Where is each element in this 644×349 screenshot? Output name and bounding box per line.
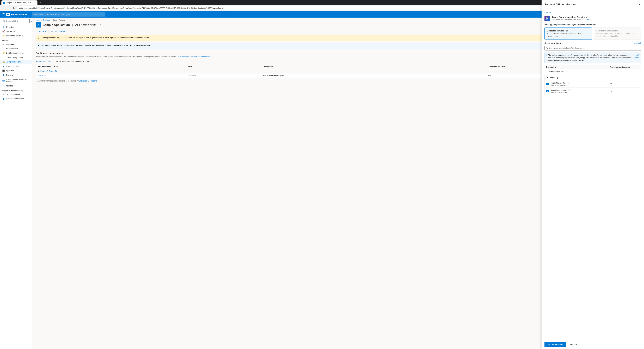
refresh-btn[interactable]: ↻ Refresh xyxy=(36,30,47,33)
discard-btn[interactable]: Discard xyxy=(567,342,580,347)
panel-title: Request API permissions xyxy=(544,3,576,6)
info-text: The "Admin consent required" column show… xyxy=(40,44,151,47)
sidebar-item-expose-api[interactable]: ☁ Expose an API xyxy=(0,64,32,68)
info-banner-close-btn[interactable]: ✕ xyxy=(638,53,640,56)
sidebar-item-branding[interactable]: 🏷 Branding xyxy=(0,42,32,46)
manage-chats-checkbox[interactable] xyxy=(546,90,549,92)
page-subtitle: API permissions xyxy=(75,23,96,27)
feedback-btn[interactable]: 🗣 Got feedback? xyxy=(50,30,67,33)
teams-group-header[interactable]: ▼ Teams (2) xyxy=(544,75,641,80)
tab-title: Request API permissions - Micro... xyxy=(6,2,33,4)
sidebar-item-token-label: Token configuration xyxy=(6,56,23,58)
address-input[interactable] xyxy=(17,6,625,10)
api-url-text: https://auth.msft.communication.azure.co… xyxy=(552,18,585,21)
sidebar-item-api-permissions-label: API permissions xyxy=(6,61,21,63)
reload-btn[interactable]: ↻ xyxy=(12,6,16,10)
col-api-name: API / Permissions name xyxy=(38,66,188,68)
sidebar-item-support[interactable]: 👤 New support request xyxy=(0,96,32,101)
panel-close-btn[interactable]: ✕ xyxy=(638,2,641,7)
permission-row-manage-chats: Teams.ManageChats ⓘ Manage chats in Team… xyxy=(544,88,641,95)
enterprise-apps-link[interactable]: Enterprise applications. xyxy=(79,80,97,82)
expand-all-link[interactable]: expand all xyxy=(633,42,641,44)
azure-search-input[interactable] xyxy=(32,12,105,16)
info-icon: ℹ xyxy=(38,44,39,47)
back-link-label: All APIs xyxy=(546,12,552,14)
info-banner-text: The "Admin consent required" column show… xyxy=(548,54,633,62)
permissions-filter-input[interactable] xyxy=(544,46,641,50)
sidebar-search-input[interactable] xyxy=(6,20,28,22)
add-permissions-btn[interactable]: Add permissions xyxy=(544,342,566,347)
forward-btn[interactable]: → xyxy=(7,6,11,10)
learn-more-link[interactable]: Learn more about permissions and consent xyxy=(177,56,210,58)
permission-type-section: What type of permissions does your appli… xyxy=(544,24,641,40)
hamburger-menu-btn[interactable]: ☰ xyxy=(2,13,5,16)
section-desc-text: Applications are authorized to call APIs… xyxy=(36,56,176,58)
more-btn[interactable]: ··· xyxy=(104,23,107,27)
api-url: https://auth.msft.communication.azure.co… xyxy=(552,18,590,21)
sidebar-search-box[interactable]: 🔍 xyxy=(2,19,30,23)
azure-logo: Microsoft Azure xyxy=(6,13,27,16)
sidebar-item-quickstart[interactable]: 🚀 Quickstart xyxy=(0,29,32,34)
add-permission-btn[interactable]: + Add a permission xyxy=(36,60,52,63)
sidebar-top-items: ⊞ Overview 🚀 Quickstart ⚡ Integration as… xyxy=(0,25,32,38)
sidebar-item-overview[interactable]: ⊞ Overview xyxy=(0,25,32,29)
sidebar-item-roles-admin[interactable]: 👥 Roles and administrators | Preview xyxy=(0,77,32,84)
sidebar-item-authentication-label: Authentication xyxy=(6,48,18,50)
grant-consent-btn[interactable]: ✓ Grant admin consent for chladekdomain xyxy=(54,60,90,63)
breadcrumb-sep-1: > xyxy=(41,19,42,21)
request-api-permissions-panel: Request API permissions ✕ ‹ All APIs 📡 A… xyxy=(542,0,644,349)
sidebar-item-troubleshooting[interactable]: 🔧 Troubleshooting xyxy=(0,92,32,96)
page-title-sep: | xyxy=(72,23,73,27)
add-permission-label: + Add a permission xyxy=(36,60,52,63)
sidebar-item-owners[interactable]: 👤 Owners xyxy=(0,73,32,77)
col-permission: Permission xyxy=(546,66,610,68)
info-banner-icon: ℹ xyxy=(546,54,547,56)
sidebar-item-quickstart-label: Quickstart xyxy=(6,30,15,32)
sidebar-item-manifest[interactable]: 📄 Manifest xyxy=(0,84,32,88)
warning-text: Starting November 9th, 2020 end users wi… xyxy=(42,36,150,39)
sidebar-item-app-roles[interactable]: ⬛ App roles xyxy=(0,68,32,73)
new-tab-btn[interactable]: + xyxy=(39,1,42,4)
refresh-icon: ↻ xyxy=(36,30,38,33)
sidebar-item-certificates[interactable]: 🔑 Certificates & secrets xyxy=(0,51,32,55)
panel-header: Request API permissions ✕ xyxy=(542,0,644,9)
tab-close-btn[interactable]: × xyxy=(34,2,36,4)
permission-type: Delegated xyxy=(188,75,263,77)
refresh-label: Refresh xyxy=(39,30,46,33)
manage-calls-info-icon[interactable]: ⓘ xyxy=(568,82,569,84)
sidebar-item-overview-label: Overview xyxy=(6,26,14,28)
sidebar-item-integration[interactable]: ⚡ Integration assistant xyxy=(0,34,32,38)
grid-icon: ⊞ xyxy=(2,26,5,28)
select-permissions-header: Select permissions expand all xyxy=(544,42,641,44)
teams-group: ▼ Teams (2) Teams.ManageCalls ⓘ Manage c… xyxy=(544,75,641,95)
api-info: 📡 Azure Communication Services https://a… xyxy=(544,16,641,21)
back-chevron-icon: ‹ xyxy=(544,12,545,14)
api-name: Azure Communication Services xyxy=(552,16,590,18)
permission-name-link[interactable]: User.Read xyxy=(38,75,188,77)
sidebar-item-api-permissions[interactable]: 🔒 API permissions xyxy=(0,60,32,64)
delegated-desc: Your application needs to access the API… xyxy=(547,32,590,38)
breadcrumb-home[interactable]: Home xyxy=(36,19,40,21)
back-btn[interactable]: ← xyxy=(2,6,6,10)
support-icon: 👤 xyxy=(2,98,5,100)
group-name-link[interactable]: Microsoft Graph (1) xyxy=(40,70,57,72)
manage-chats-info-icon[interactable]: ⓘ xyxy=(568,89,570,91)
lock-icon: 🔒 xyxy=(3,60,5,63)
person-icon: 👤 xyxy=(2,74,5,76)
browser-tab[interactable]: Request API permissions - Micro... × xyxy=(2,0,38,5)
delegated-permissions-card[interactable]: Delegated permissions Your application n… xyxy=(544,28,592,40)
wrench-icon: 🔧 xyxy=(2,93,5,96)
sidebar-item-app-roles-label: App roles xyxy=(6,70,14,72)
back-to-all-apis[interactable]: ‹ All APIs xyxy=(544,12,641,14)
other-permissions-row[interactable]: ▹ Other permissions xyxy=(544,69,641,74)
breadcrumb-sep-2: > xyxy=(51,19,52,21)
edit-btn[interactable]: ✏ xyxy=(100,23,102,27)
application-permissions-card[interactable]: Application permissions Your application… xyxy=(594,28,641,40)
sidebar-item-token[interactable]: ⬡ Token configuration xyxy=(0,55,32,60)
breadcrumb-contoso[interactable]: Contoso xyxy=(43,19,50,21)
api-docs-link[interactable]: Docs xyxy=(586,18,590,21)
panel-content: ‹ All APIs 📡 Azure Communication Service… xyxy=(542,9,644,340)
sidebar-item-authentication[interactable]: 🛡 Authentication xyxy=(0,46,32,51)
sidebar-collapse-btn[interactable]: « xyxy=(30,19,32,23)
manage-calls-checkbox[interactable] xyxy=(546,83,549,85)
